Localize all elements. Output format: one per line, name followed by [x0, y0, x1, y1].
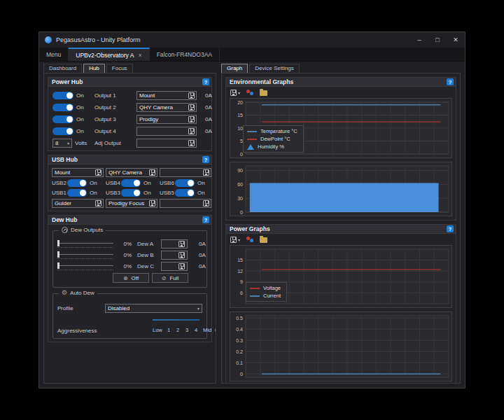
hub-pane: Dashboard Hub Focus Power Hub ? On — [43, 64, 216, 384]
svg-text:20: 20 — [237, 100, 243, 105]
tab-device-settings[interactable]: Device Settings — [249, 64, 300, 73]
graph-pane: Graph Device Settings Environmental Grap… — [221, 64, 461, 384]
save-icon[interactable] — [149, 169, 155, 176]
left-subtabs: Dashboard Hub Focus — [43, 64, 216, 73]
tab-falcon[interactable]: Falcon-FR4NDO3AA — [150, 48, 220, 61]
dew-c-current: 0A — [193, 263, 211, 270]
auto-dew-group: ⚙Auto Dew Profile Disabled▾ — [52, 293, 207, 339]
dew-channel-row: 0% Dew B 0A — [57, 249, 202, 260]
adj-output-label: Adj Output — [94, 140, 136, 146]
dew-b-name-input[interactable] — [164, 252, 177, 258]
tab-dashboard[interactable]: Dashboard — [43, 64, 82, 73]
usb5-toggle[interactable] — [175, 189, 195, 197]
usb-bottom-name-field — [52, 199, 104, 208]
usb-bottom-name-input-3[interactable] — [162, 200, 202, 206]
output3-toggle[interactable] — [52, 115, 74, 123]
usb2-toggle[interactable] — [67, 179, 87, 187]
scale-label: 1 — [167, 327, 170, 333]
dew-a-slider[interactable] — [57, 239, 113, 248]
adj-output-input[interactable] — [139, 140, 187, 146]
svg-text:12: 12 — [237, 269, 243, 274]
palette-icon[interactable] — [246, 236, 253, 243]
tab-menu[interactable]: Menu — [39, 48, 69, 61]
volts-select[interactable]: 8▾ — [52, 139, 72, 148]
save-icon[interactable] — [178, 252, 185, 258]
minimize-button[interactable]: – — [410, 32, 428, 48]
usb4-toggle[interactable] — [121, 179, 141, 187]
usb-hub-title: USB Hub — [52, 156, 78, 163]
output1-toggle[interactable] — [52, 92, 74, 99]
usb-top-name-input-3[interactable] — [162, 169, 202, 176]
slider-handle[interactable] — [57, 262, 59, 269]
save-chart-button[interactable]: ▾ — [230, 237, 240, 243]
save-icon[interactable] — [203, 200, 209, 206]
output4-label: Output 4 — [94, 128, 136, 134]
profile-select[interactable]: Disabled▾ — [105, 304, 202, 313]
help-button[interactable]: ? — [202, 156, 209, 163]
usb1-toggle[interactable] — [67, 189, 87, 197]
dew-full-button[interactable]: ⊘Full — [152, 273, 188, 283]
help-button[interactable]: ? — [202, 78, 209, 85]
output4-name-input[interactable] — [139, 128, 187, 134]
dew-a-name-input[interactable] — [164, 241, 177, 247]
usb-bottom-name-input-2[interactable] — [108, 200, 148, 206]
toggle-state-label: On — [76, 104, 84, 111]
output2-name-input[interactable] — [139, 104, 187, 111]
usb-bottom-name-input-1[interactable] — [55, 200, 94, 206]
toggle-knob — [66, 128, 73, 134]
dew-b-slider[interactable] — [57, 251, 113, 259]
output4-toggle[interactable] — [52, 127, 74, 135]
save-icon[interactable] — [95, 169, 102, 176]
output2-toggle[interactable] — [52, 104, 74, 111]
save-icon[interactable] — [149, 200, 155, 206]
slider-handle[interactable] — [57, 251, 59, 258]
usb-top-name-input-1[interactable] — [55, 169, 94, 176]
output3-name-input[interactable] — [139, 116, 187, 122]
save-icon[interactable] — [188, 128, 195, 134]
slider-handle[interactable] — [57, 240, 59, 246]
tab-hub[interactable]: Hub — [83, 64, 105, 73]
output1-name-input[interactable] — [139, 92, 187, 99]
toggle-state-label: On — [76, 128, 84, 134]
tab-upbv2-observatory-a[interactable]: UPBv2-Observatory A × — [69, 48, 149, 61]
legend-item: Humidity % — [247, 144, 298, 150]
tab-focus[interactable]: Focus — [106, 64, 133, 73]
svg-text:10: 10 — [237, 126, 243, 131]
open-folder-icon[interactable] — [260, 90, 267, 96]
maximize-button[interactable]: □ — [428, 32, 447, 48]
save-icon[interactable] — [178, 241, 185, 247]
save-icon[interactable] — [178, 263, 185, 270]
legend-item: DewPoint °C — [247, 136, 298, 142]
help-button[interactable]: ? — [447, 225, 454, 232]
save-icon[interactable] — [188, 140, 195, 146]
save-icon[interactable] — [188, 116, 195, 122]
usb3-toggle[interactable] — [121, 189, 141, 197]
usb-top-name-input-2[interactable] — [108, 169, 148, 176]
tab-graph[interactable]: Graph — [221, 64, 248, 73]
help-button[interactable]: ? — [202, 216, 209, 223]
power-graphs-panel: Power Graphs ? ▾ 691215 Voltage Current — [225, 224, 456, 384]
dew-a-current: 0A — [193, 241, 211, 247]
save-icon[interactable] — [95, 200, 102, 206]
graph-pane-box: Environmental Graphs ? ▾ 05101520 Temper… — [221, 73, 461, 384]
dew-c-slider[interactable] — [57, 262, 113, 270]
save-icon[interactable] — [188, 104, 195, 111]
save-chart-button[interactable]: ▾ — [230, 90, 240, 96]
usb3-label: USB3 — [106, 190, 121, 196]
open-folder-icon[interactable] — [260, 237, 267, 243]
dew-off-button[interactable]: ⊗Off — [113, 273, 149, 283]
save-icon[interactable] — [188, 92, 195, 99]
usb-toggle-row: USB1On USB3On USB5On — [52, 189, 208, 197]
save-icon[interactable] — [203, 169, 209, 176]
aggressiveness-slider[interactable] — [153, 316, 202, 324]
humidity-chart: 0306090 — [230, 162, 452, 216]
output3-label: Output 3 — [94, 116, 136, 122]
svg-text:30: 30 — [237, 196, 243, 201]
help-button[interactable]: ? — [447, 78, 454, 85]
tab-close-icon[interactable]: × — [138, 52, 141, 59]
close-button[interactable]: ✕ — [447, 32, 465, 48]
usb6-toggle[interactable] — [175, 179, 195, 187]
dew-c-name-input[interactable] — [164, 263, 177, 270]
palette-icon[interactable] — [246, 89, 253, 96]
power-hub-title: Power Hub — [52, 78, 83, 85]
